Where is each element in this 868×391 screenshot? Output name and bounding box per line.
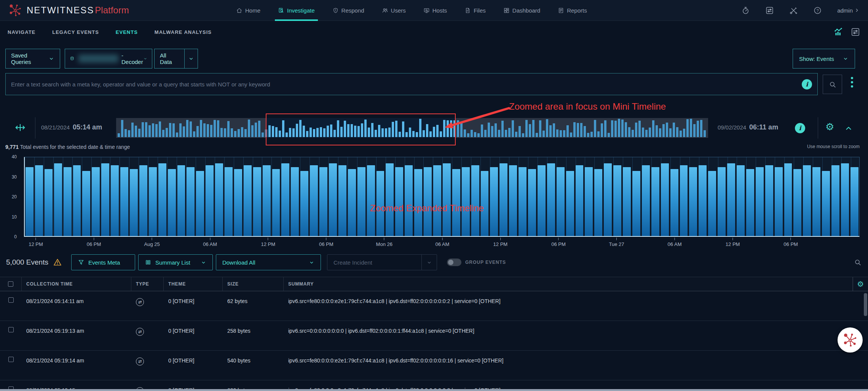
nav-item-hosts[interactable]: Hosts	[423, 0, 447, 21]
brand-logo[interactable]: NETWITNESSPlatform	[8, 3, 236, 17]
timeline-bar[interactable]	[689, 167, 697, 236]
col-summary[interactable]: SUMMARY	[284, 277, 853, 291]
saved-queries-dropdown[interactable]: Saved Queries	[5, 49, 60, 69]
search-input[interactable]	[11, 81, 802, 88]
timeline-bar[interactable]	[585, 167, 593, 236]
nav-item-files[interactable]: Files	[464, 0, 486, 21]
timeline-bar[interactable]	[803, 165, 811, 236]
timeline-bar[interactable]	[130, 169, 138, 236]
timeline-bar[interactable]	[111, 165, 119, 236]
events-meta-button[interactable]: Events Meta	[71, 254, 135, 270]
timeline-bar[interactable]	[737, 165, 745, 236]
timeline-bar[interactable]	[101, 163, 109, 236]
timeline-bar[interactable]	[756, 167, 764, 236]
timeline-bar[interactable]	[499, 163, 507, 236]
events-preferences-icon[interactable]	[850, 27, 860, 37]
timeline-bar[interactable]	[92, 167, 100, 236]
timeline-bar[interactable]	[263, 165, 271, 236]
table-row[interactable]: 08/21/2024 05:14:11 am ⇄ 0 [OTHER] 62 by…	[0, 291, 868, 321]
timeline-settings-gear-icon[interactable]: ⚙	[825, 122, 834, 132]
preferences-panel-icon[interactable]	[765, 6, 774, 15]
timeline-bar[interactable]	[424, 167, 432, 236]
service-dropdown[interactable]: - Decoder	[65, 49, 152, 69]
nav-item-respond[interactable]: Respond	[332, 0, 364, 21]
row-checkbox[interactable]	[8, 327, 14, 332]
timeline-bar[interactable]	[234, 169, 242, 236]
timeline-bar[interactable]	[718, 167, 726, 236]
timeline-bar[interactable]	[215, 163, 223, 236]
timeline-info-icon[interactable]: i	[795, 123, 805, 133]
timeline-bar[interactable]	[519, 167, 527, 236]
timeline-bar[interactable]	[45, 169, 53, 236]
timeline-bar[interactable]	[357, 167, 365, 236]
tools-icon[interactable]	[789, 6, 798, 15]
timeline-bar[interactable]	[139, 165, 147, 236]
timeline-bar[interactable]	[613, 165, 621, 236]
timeline-bar[interactable]	[300, 171, 308, 236]
row-checkbox[interactable]	[8, 357, 14, 362]
create-incident-dropdown[interactable]: Create Incident	[327, 254, 437, 270]
timeline-bar[interactable]	[338, 165, 346, 236]
timeline-bar[interactable]	[642, 165, 650, 236]
col-type[interactable]: TYPE	[131, 277, 164, 291]
timeline-bar[interactable]	[557, 167, 565, 236]
show-events-dropdown[interactable]: Show: Events	[793, 49, 855, 69]
timer-icon[interactable]	[741, 6, 750, 15]
col-size[interactable]: SIZE	[223, 277, 284, 291]
timeline-bar[interactable]	[699, 165, 707, 236]
timeline-bar[interactable]	[727, 163, 735, 236]
collapse-timeline-chevron-up-icon[interactable]	[844, 124, 854, 132]
timeline-bar[interactable]	[680, 165, 688, 236]
timeline-bar[interactable]	[26, 167, 34, 236]
timeline-bar[interactable]	[206, 165, 214, 236]
chart-view-icon[interactable]	[833, 27, 844, 37]
summary-list-dropdown[interactable]: Summary List	[138, 254, 213, 270]
col-collection-time[interactable]: COLLECTION TIME	[22, 277, 131, 291]
subnav-malware-analysis[interactable]: MALWARE ANALYSIS	[155, 29, 212, 35]
timeline-bar[interactable]	[793, 169, 801, 236]
timeline-bar[interactable]	[196, 171, 204, 236]
timeline-bar[interactable]	[244, 165, 252, 236]
vertical-scrollbar-thumb[interactable]	[864, 293, 867, 316]
timeline-bar[interactable]	[329, 163, 337, 236]
download-all-dropdown[interactable]: Download All	[216, 254, 321, 270]
timeline-bar[interactable]	[395, 167, 403, 236]
subnav-legacy-events[interactable]: LEGACY EVENTS	[52, 29, 99, 35]
timeline-bar[interactable]	[604, 163, 612, 236]
timeline-bar[interactable]	[765, 165, 773, 236]
nav-item-home[interactable]: Home	[236, 0, 260, 21]
search-info-icon[interactable]: i	[802, 79, 812, 89]
timeline-bar[interactable]	[405, 165, 413, 236]
timeline-bar[interactable]	[82, 171, 90, 236]
timeline-bar[interactable]	[566, 171, 574, 236]
subnav-events[interactable]: EVENTS	[116, 29, 138, 35]
timeline-bar[interactable]	[462, 167, 470, 236]
nav-item-users[interactable]: Users	[382, 0, 406, 21]
timeline-bar[interactable]	[632, 171, 640, 236]
netwitness-floating-button[interactable]	[838, 327, 863, 353]
timeline-bar[interactable]	[177, 165, 185, 236]
timeline-bar[interactable]	[670, 169, 678, 236]
timeline-bar[interactable]	[509, 165, 517, 236]
time-range-dropdown[interactable]: All Data	[154, 49, 198, 69]
timeline-bar[interactable]	[746, 169, 754, 236]
timeline-bar[interactable]	[73, 165, 81, 236]
group-events-toggle[interactable]	[447, 259, 461, 266]
timeline-bar[interactable]	[225, 167, 233, 236]
timeline-bar[interactable]	[850, 167, 858, 236]
help-icon[interactable]: ?	[813, 6, 822, 15]
timeline-bar[interactable]	[272, 169, 280, 236]
timeline-bar[interactable]	[168, 169, 176, 236]
timeline-bar[interactable]	[310, 165, 318, 236]
user-menu[interactable]: admin	[837, 7, 860, 14]
nav-item-dashboard[interactable]: Dashboard	[503, 0, 540, 21]
nav-item-investigate[interactable]: Investigate	[278, 0, 315, 21]
timeline-bar[interactable]	[253, 167, 261, 236]
timeline-bar[interactable]	[812, 167, 820, 236]
timeline-bar[interactable]	[433, 165, 441, 236]
timeline-bar[interactable]	[490, 167, 498, 236]
timeline-bar[interactable]	[158, 163, 166, 236]
timeline-bar[interactable]	[443, 163, 451, 236]
timeline-bar[interactable]	[623, 167, 631, 236]
timeline-bar[interactable]	[319, 167, 327, 236]
